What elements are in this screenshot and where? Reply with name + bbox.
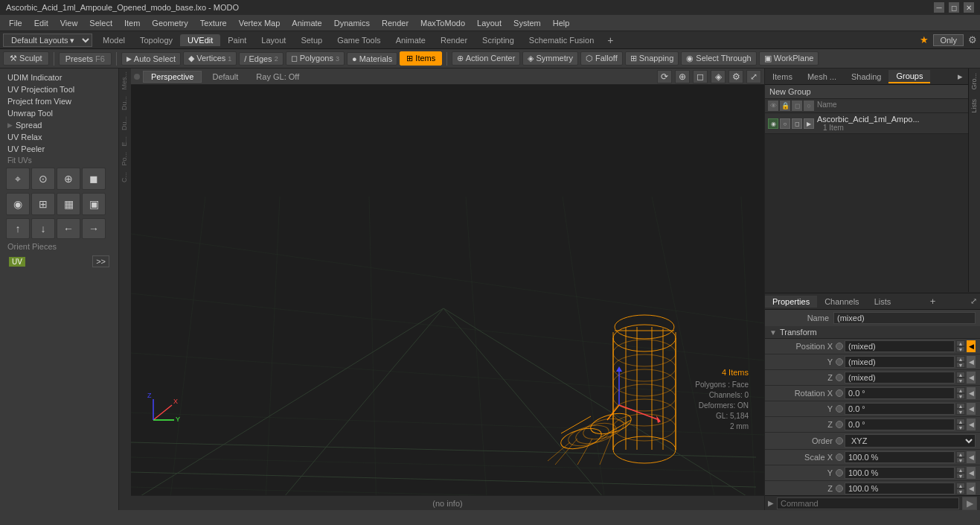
edges-button[interactable]: / Edges 2 xyxy=(239,52,283,66)
polygons-button[interactable]: ◻ Polygons 3 xyxy=(286,51,345,66)
expand-button[interactable]: >> xyxy=(92,255,109,267)
pos-x-orange-btn[interactable]: ◀ xyxy=(967,340,976,352)
star-icon[interactable]: ★ xyxy=(920,34,929,45)
only-button[interactable]: Only xyxy=(933,34,964,46)
col-icon-lock[interactable]: 🔒 xyxy=(780,101,790,111)
tab-items[interactable]: Items xyxy=(765,71,800,83)
scale-z-field[interactable] xyxy=(845,483,955,494)
menu-dynamics[interactable]: Dynamics xyxy=(328,17,376,29)
snapping-button[interactable]: ⊞ Snapping xyxy=(625,51,679,66)
scale-z-down[interactable]: ▼ xyxy=(956,489,965,494)
expand-viewport-btn[interactable]: ⤢ xyxy=(746,70,761,83)
tab-paint[interactable]: Paint xyxy=(220,34,254,46)
pos-z-circle[interactable] xyxy=(836,374,843,381)
tab-topology[interactable]: Topology xyxy=(132,34,180,46)
uv-peeler-item[interactable]: UV Peeler xyxy=(3,143,115,155)
props-expand-btn[interactable]: ⤢ xyxy=(967,295,980,308)
scale-z-circle[interactable] xyxy=(836,485,843,492)
tab-setup[interactable]: Setup xyxy=(293,34,330,46)
col-icon-eye[interactable]: 👁 xyxy=(768,101,778,111)
tab-schematic[interactable]: Schematic Fusion xyxy=(522,34,601,46)
menu-layout[interactable]: Layout xyxy=(471,17,507,29)
settings-btn[interactable]: ⚙ xyxy=(728,70,743,83)
tool-icon-5[interactable]: ◉ xyxy=(6,193,30,215)
pos-y-side-btn[interactable]: ◀ xyxy=(967,356,976,368)
arrow-down-btn[interactable]: ↓ xyxy=(31,218,55,239)
camera-btn[interactable]: ◻ xyxy=(693,70,708,83)
scale-x-field[interactable] xyxy=(845,451,955,463)
item-row[interactable]: ◉ ○ ◻ ▶ Ascorbic_Acid_1ml_Ampo... 1 Item xyxy=(765,113,980,134)
rot-y-down[interactable]: ▼ xyxy=(956,409,965,415)
select-through-button[interactable]: ◉ Select Through xyxy=(681,51,756,66)
tool-icon-2[interactable]: ⊙ xyxy=(31,168,55,190)
tab-mesh[interactable]: Mesh ... xyxy=(800,71,844,83)
render-btn[interactable]: ◈ xyxy=(711,70,726,83)
scale-z-side-btn[interactable]: ◀ xyxy=(967,483,976,494)
tab-gametools[interactable]: Game Tools xyxy=(330,34,388,46)
rot-x-side-btn[interactable]: ◀ xyxy=(967,387,976,399)
tab-render[interactable]: Render xyxy=(433,34,475,46)
rot-x-field[interactable] xyxy=(845,387,955,399)
arrow-left-btn[interactable]: ← xyxy=(57,218,80,239)
rot-z-field[interactable] xyxy=(845,419,955,430)
uv-projection-tool-item[interactable]: UV Projection Tool xyxy=(3,83,115,95)
arrow-right-btn[interactable]: → xyxy=(82,218,106,239)
layout-dropdown[interactable]: Default Layouts ▾ xyxy=(3,34,92,47)
uv-relax-item[interactable]: UV Relax xyxy=(3,131,115,143)
items-button[interactable]: ⊞ Items xyxy=(400,51,442,66)
thin-tab-lists[interactable]: Lists xyxy=(969,95,980,118)
rot-z-circle[interactable] xyxy=(836,421,843,428)
pos-z-up[interactable]: ▲ xyxy=(956,372,965,378)
spread-item[interactable]: ▶ Spread xyxy=(3,119,115,131)
tool-icon-7[interactable]: ▦ xyxy=(57,193,80,215)
col-icon-mesh[interactable]: ◻ xyxy=(792,101,802,111)
sculpt-button[interactable]: ⚒ Sculpt xyxy=(3,51,49,66)
scale-z-up[interactable]: ▲ xyxy=(956,483,965,489)
command-input[interactable] xyxy=(777,497,959,509)
auto-select-button[interactable]: ▶ Auto Select xyxy=(121,52,181,66)
pos-x-down[interactable]: ▼ xyxy=(956,346,965,352)
pos-x-field[interactable] xyxy=(845,340,955,352)
props-tab-channels[interactable]: Channels xyxy=(817,296,866,308)
scale-y-field[interactable] xyxy=(845,467,955,479)
rot-y-up[interactable]: ▲ xyxy=(956,403,965,409)
perspective-tab[interactable]: Perspective xyxy=(143,71,202,83)
scale-x-side-btn[interactable]: ◀ xyxy=(967,451,976,463)
item-lock-icon[interactable]: ○ xyxy=(780,118,790,129)
menu-geometry[interactable]: Geometry xyxy=(146,17,193,29)
zoom-btn[interactable]: ⊕ xyxy=(675,70,690,83)
menu-edit[interactable]: Edit xyxy=(28,17,54,29)
scale-y-up[interactable]: ▲ xyxy=(956,467,965,473)
scale-y-circle[interactable] xyxy=(836,469,843,477)
menu-file[interactable]: File xyxy=(3,17,28,29)
rot-y-circle[interactable] xyxy=(836,405,843,413)
rot-z-up[interactable]: ▲ xyxy=(956,419,965,424)
rotate-view-btn[interactable]: ⟳ xyxy=(657,70,672,83)
rot-x-up[interactable]: ▲ xyxy=(956,387,965,393)
project-from-view-item[interactable]: Project from View xyxy=(3,95,115,107)
maximize-button[interactable]: ◻ xyxy=(949,2,959,13)
pos-x-up[interactable]: ▲ xyxy=(956,340,965,346)
thin-tab-gro[interactable]: Gro... xyxy=(969,69,980,95)
gear-icon[interactable]: ⚙ xyxy=(968,34,977,45)
menu-maxtomodo[interactable]: MaxToModo xyxy=(414,17,471,29)
tool-icon-4[interactable]: ◼ xyxy=(82,168,106,190)
tool-icon-1[interactable]: ⌖ xyxy=(6,168,30,190)
unwrap-tool-item[interactable]: Unwrap Tool xyxy=(3,107,115,119)
close-button[interactable]: ✕ xyxy=(964,2,974,13)
item-type-icon[interactable]: ▶ xyxy=(804,118,814,129)
udim-indicator-item[interactable]: UDIM Indicator xyxy=(3,71,115,83)
menu-item[interactable]: Item xyxy=(118,17,146,29)
default-tab[interactable]: Default xyxy=(205,71,246,82)
presets-button[interactable]: Presets F6 xyxy=(59,52,112,66)
3d-viewport[interactable]: 4 Items Polygons : Face Channels: 0 Defo… xyxy=(131,85,764,495)
props-tab-properties[interactable]: Properties xyxy=(765,296,817,308)
menu-animate[interactable]: Animate xyxy=(286,17,327,29)
scale-y-down[interactable]: ▼ xyxy=(956,473,965,479)
menu-vertex-map[interactable]: Vertex Map xyxy=(233,17,286,29)
minimize-button[interactable]: ─ xyxy=(934,2,944,13)
menu-view[interactable]: View xyxy=(54,17,84,29)
col-icon-obj[interactable]: ○ xyxy=(804,101,814,111)
scale-y-side-btn[interactable]: ◀ xyxy=(967,467,976,479)
menu-texture[interactable]: Texture xyxy=(194,17,233,29)
